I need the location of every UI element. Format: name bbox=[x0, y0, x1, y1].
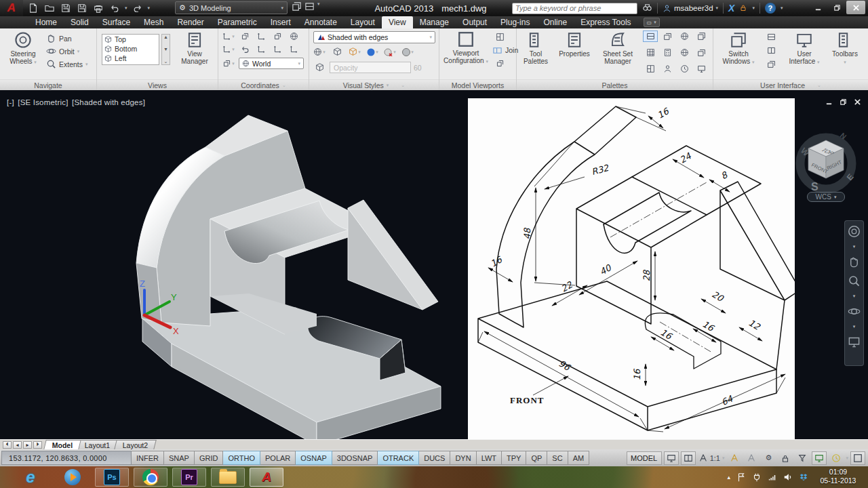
view-manager-button[interactable]: View Manager bbox=[174, 31, 215, 65]
shadow-sphere-button[interactable]: ▾ bbox=[365, 46, 380, 58]
external-references-button[interactable] bbox=[660, 30, 675, 42]
new-file-button[interactable] bbox=[27, 2, 39, 14]
ucs-3point-button[interactable] bbox=[286, 43, 301, 55]
next-tab-button[interactable]: ▸ bbox=[23, 441, 32, 449]
taskbar-photoshop[interactable]: Ps bbox=[95, 468, 129, 487]
tab-output[interactable]: Output bbox=[456, 16, 494, 28]
command-line-button[interactable] bbox=[643, 30, 658, 42]
panel-title-palettes[interactable]: Palettes bbox=[517, 79, 713, 90]
ucs-x-button[interactable]: ▾ bbox=[221, 43, 236, 55]
hardware-acceleration-button[interactable] bbox=[812, 451, 827, 465]
visual-styles-palette-button[interactable] bbox=[694, 30, 709, 42]
scroll-up-icon[interactable]: ▲ bbox=[163, 35, 168, 39]
toolbars-button[interactable]: Toolbars▾ bbox=[827, 31, 863, 66]
chevron-down-icon[interactable]: ▾ bbox=[853, 324, 856, 329]
save-button[interactable] bbox=[60, 2, 72, 14]
tile-horizontally-button[interactable] bbox=[764, 31, 778, 43]
tab-surface[interactable]: Surface bbox=[96, 16, 137, 28]
visual-style-combo[interactable]: Shaded with edges ▾ bbox=[313, 31, 435, 43]
panel-title-navigate[interactable]: Navigate bbox=[0, 79, 96, 90]
opacity-slider[interactable]: Opacity bbox=[330, 62, 411, 73]
tray-overflow-icon[interactable]: ▴ bbox=[727, 474, 730, 481]
join-viewports-button[interactable]: Join bbox=[492, 45, 518, 56]
sun-properties-button[interactable] bbox=[677, 63, 692, 75]
tab-view[interactable]: View bbox=[382, 16, 413, 28]
tab-manage[interactable]: Manage bbox=[413, 16, 456, 28]
first-tab-button[interactable]: ⏴ bbox=[3, 441, 12, 449]
toggle-lwt[interactable]: LWT bbox=[477, 451, 502, 465]
toggle-grid[interactable]: GRID bbox=[195, 451, 224, 465]
switch-windows-button[interactable]: Switch Windows ▾ bbox=[717, 31, 760, 66]
doc-close-button[interactable] bbox=[854, 98, 861, 106]
view-item-bottom[interactable]: Bottom bbox=[102, 44, 159, 54]
orbit-tool-button[interactable] bbox=[848, 305, 861, 318]
pan-tool-button[interactable] bbox=[848, 256, 861, 268]
panel-title-model-viewports[interactable]: Model Viewports bbox=[439, 79, 516, 90]
app-menu-button[interactable]: A bbox=[0, 0, 23, 16]
chevron-down-icon[interactable]: ▾ bbox=[317, 1, 320, 14]
network-signal-icon[interactable] bbox=[768, 472, 777, 482]
tab-render[interactable]: Render bbox=[170, 16, 210, 28]
open-file-button[interactable] bbox=[43, 2, 56, 14]
prev-tab-button[interactable]: ◂ bbox=[13, 441, 22, 449]
toggle-otrack[interactable]: OTRACK bbox=[378, 451, 419, 465]
taskbar-premiere[interactable]: Pr bbox=[172, 468, 206, 487]
render-palette-button[interactable] bbox=[677, 47, 692, 58]
action-center-flag-icon[interactable] bbox=[736, 472, 746, 482]
restore-viewport-button[interactable] bbox=[492, 58, 507, 69]
toggle-osnap[interactable]: OSNAP bbox=[296, 451, 332, 465]
undo-button[interactable] bbox=[108, 2, 121, 14]
shading-sphere-button[interactable]: ▾ bbox=[400, 46, 415, 58]
quick-view-drawings-button[interactable] bbox=[681, 451, 696, 465]
search-input[interactable] bbox=[512, 3, 637, 14]
toggle-ortho[interactable]: ORTHO bbox=[223, 451, 260, 465]
autoscale-button[interactable] bbox=[744, 451, 759, 465]
advanced-render-settings-button[interactable] bbox=[694, 63, 709, 75]
doc-restore-button[interactable] bbox=[840, 98, 847, 106]
view-item-left[interactable]: Left bbox=[102, 54, 159, 63]
toggle-tpy[interactable]: TPY bbox=[502, 451, 526, 465]
panel-title-views[interactable]: Views bbox=[97, 79, 218, 90]
xray-button[interactable]: ▾ bbox=[382, 46, 397, 58]
chevron-down-icon[interactable]: ▾ bbox=[853, 293, 856, 299]
isolate-objects-button[interactable] bbox=[795, 451, 810, 465]
tab-insert[interactable]: Insert bbox=[264, 16, 298, 28]
wcs-menu[interactable]: WCS ▾ bbox=[807, 192, 845, 202]
save-as-button[interactable] bbox=[76, 2, 88, 14]
scroll-down-icon[interactable]: ▼ bbox=[163, 47, 168, 52]
tab-annotate[interactable]: Annotate bbox=[298, 16, 344, 28]
exchange-apps-icon[interactable]: X bbox=[728, 3, 734, 14]
workspace-switcher[interactable]: ⚙ 3D Modeling ▾ bbox=[175, 1, 288, 14]
open-docs-icon[interactable] bbox=[292, 1, 302, 14]
opacity-icon[interactable] bbox=[312, 62, 327, 73]
viewport-menu-control[interactable]: [-] bbox=[7, 98, 14, 106]
search-icon[interactable] bbox=[642, 2, 652, 14]
extents-button[interactable]: Extents▾ bbox=[46, 58, 88, 70]
tab-express-tools[interactable]: Express Tools bbox=[574, 16, 637, 28]
user-interface-button[interactable]: User Interface ▾ bbox=[784, 31, 825, 66]
compass-south[interactable]: S bbox=[811, 181, 818, 192]
taskbar-chrome[interactable] bbox=[134, 468, 167, 487]
taskbar-internet-explorer[interactable]: e bbox=[14, 468, 47, 487]
exchange-lock-icon[interactable] bbox=[739, 3, 747, 14]
panel-title-user-interface[interactable]: User Interface⌄ bbox=[713, 79, 868, 90]
taskbar-clock[interactable]: 01:09 05-11-2013 bbox=[812, 468, 864, 485]
tab-mesh[interactable]: Mesh bbox=[137, 16, 170, 28]
panel-title-visual-styles[interactable]: Visual Styles▾⌄ bbox=[309, 79, 439, 90]
pan-button[interactable]: Pan bbox=[46, 32, 88, 45]
last-tab-button[interactable]: ⏵ bbox=[33, 441, 42, 449]
tool-palettes-button[interactable]: Tool Palettes bbox=[519, 31, 552, 65]
help-button[interactable]: ? bbox=[765, 3, 776, 14]
sign-in-menu[interactable]: msabeer3d ▾ bbox=[663, 4, 718, 13]
close-button[interactable] bbox=[846, 1, 865, 14]
taskbar-explorer[interactable] bbox=[211, 468, 245, 487]
ucs-zaxis-button[interactable] bbox=[270, 43, 285, 55]
design-center-button[interactable] bbox=[660, 63, 675, 75]
model-space-button[interactable]: MODEL bbox=[627, 451, 662, 465]
toggle-qp[interactable]: QP bbox=[526, 451, 547, 465]
tile-vertically-button[interactable] bbox=[764, 45, 778, 56]
tab-layout1[interactable]: Layout1 bbox=[77, 440, 119, 449]
plot-button[interactable] bbox=[92, 2, 104, 14]
markup-button[interactable] bbox=[643, 47, 658, 58]
toggle-polar[interactable]: POLAR bbox=[260, 451, 296, 465]
